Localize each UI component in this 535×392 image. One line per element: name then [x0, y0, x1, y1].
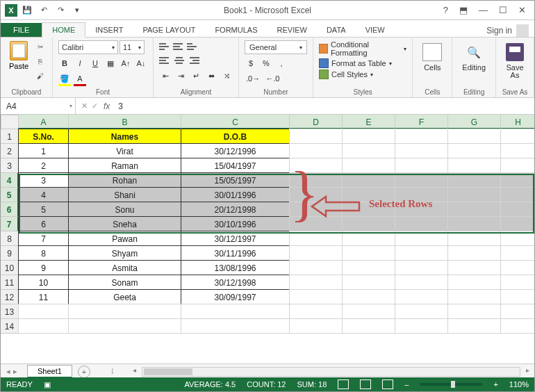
cell-E1[interactable] [342, 129, 395, 144]
cell-A7[interactable]: 6 [18, 216, 69, 231]
cell-G3[interactable] [447, 158, 501, 173]
cell-F14[interactable] [395, 318, 448, 334]
cell-F11[interactable] [395, 275, 448, 290]
cell-G11[interactable] [447, 275, 501, 290]
cell-B9[interactable]: Shyam [68, 245, 181, 261]
cell-A9[interactable]: 8 [18, 245, 69, 261]
cell-F10[interactable] [395, 260, 448, 275]
decrease-decimal-button[interactable]: ←.0 [264, 72, 281, 85]
cell-G6[interactable] [447, 202, 501, 217]
percent-button[interactable]: % [260, 57, 272, 70]
cell-E13[interactable] [342, 304, 395, 319]
decrease-indent-button[interactable]: ⇤ [159, 70, 172, 82]
cell-A11[interactable]: 10 [18, 275, 69, 290]
cell-E4[interactable] [342, 172, 395, 188]
format-as-table-button[interactable]: Format as Table▾ [319, 58, 406, 68]
cell-C5[interactable]: 30/01/1996 [181, 187, 290, 202]
align-bottom-button[interactable] [187, 40, 199, 53]
spreadsheet-grid[interactable]: ABCDEFGH1S.No.NamesD.O.B21Virat30/12/199… [1, 115, 534, 364]
cell-H5[interactable] [500, 187, 534, 202]
align-center-button[interactable] [173, 54, 186, 67]
cell-C2[interactable]: 30/12/1996 [181, 143, 290, 158]
sheet-tab-sheet1[interactable]: Sheet1 [27, 365, 72, 378]
qat-redo-icon[interactable]: ↷ [54, 3, 67, 17]
cell-D9[interactable] [289, 245, 343, 261]
cell-B10[interactable]: Asmita [68, 260, 181, 275]
cell-H6[interactable] [500, 202, 534, 217]
font-size-select[interactable]: 11▾ [120, 40, 145, 54]
cell-F12[interactable] [395, 289, 448, 304]
cell-H4[interactable] [500, 172, 534, 188]
tab-review[interactable]: REVIEW [268, 23, 317, 37]
cell-G1[interactable] [447, 129, 501, 144]
cell-F8[interactable] [395, 231, 448, 246]
rowhdr-2[interactable]: 2 [1, 143, 19, 158]
align-top-button[interactable] [159, 40, 172, 53]
currency-button[interactable]: $ [245, 57, 257, 70]
rowhdr-11[interactable]: 11 [1, 275, 19, 290]
sign-in-link[interactable]: Sign in [486, 26, 512, 35]
align-right-button[interactable] [187, 54, 199, 67]
colhdr-D[interactable]: D [289, 115, 343, 129]
rowhdr-1[interactable]: 1 [1, 129, 19, 144]
cell-F9[interactable] [395, 245, 448, 261]
cell-B5[interactable]: Shani [68, 187, 181, 202]
cell-D10[interactable] [289, 260, 343, 275]
sheet-nav-next-icon[interactable]: ▸ [13, 367, 17, 376]
qat-customize-icon[interactable]: ▾ [70, 3, 84, 17]
wrap-text-button[interactable]: ↵ [190, 70, 202, 82]
cell-C14[interactable] [181, 318, 290, 334]
rowhdr-8[interactable]: 8 [1, 231, 19, 246]
italic-button[interactable]: I [74, 57, 86, 70]
cell-D8[interactable] [289, 231, 343, 246]
cell-D13[interactable] [289, 304, 343, 319]
new-sheet-button[interactable]: + [78, 366, 90, 378]
cell-G4[interactable] [447, 172, 501, 188]
rowhdr-14[interactable]: 14 [1, 318, 19, 334]
sheet-nav-prev-icon[interactable]: ◂ [6, 367, 10, 376]
rowhdr-4[interactable]: 4 [1, 172, 19, 188]
copy-button[interactable]: ⎘ [34, 55, 47, 67]
cell-A10[interactable]: 9 [18, 260, 69, 275]
cell-F2[interactable] [395, 143, 448, 158]
cell-G5[interactable] [447, 187, 501, 202]
cut-button[interactable]: ✂ [34, 40, 47, 53]
rowhdr-7[interactable]: 7 [1, 216, 19, 231]
cell-B3[interactable]: Raman [68, 158, 181, 173]
horizontal-scrollbar[interactable]: ◂ ▸ [142, 367, 520, 377]
cell-B1[interactable]: Names [68, 129, 181, 144]
cell-H14[interactable] [500, 318, 534, 334]
cell-G12[interactable] [447, 289, 501, 304]
minimize-icon[interactable]: — [479, 5, 488, 15]
cell-B11[interactable]: Sonam [68, 275, 181, 290]
cells-button[interactable]: Cells [418, 40, 446, 74]
ribbon-display-icon[interactable]: ⬒ [459, 5, 468, 15]
avatar-icon[interactable] [516, 24, 529, 37]
cell-A14[interactable] [18, 318, 69, 334]
merge-button[interactable]: ⬌ [205, 70, 217, 82]
formula-input[interactable]: 3 [114, 101, 534, 111]
cell-E12[interactable] [342, 289, 395, 304]
cell-A13[interactable] [18, 304, 69, 319]
increase-font-button[interactable]: A↑ [120, 57, 132, 70]
name-box[interactable]: A4▾ [1, 98, 76, 114]
colhdr-H[interactable]: H [500, 115, 534, 129]
rowhdr-6[interactable]: 6 [1, 202, 19, 217]
tab-page-layout[interactable]: PAGE LAYOUT [133, 23, 205, 37]
zoom-slider[interactable] [420, 383, 482, 386]
cell-B13[interactable] [68, 304, 181, 319]
tab-insert[interactable]: INSERT [85, 23, 133, 37]
cell-C3[interactable]: 15/04/1997 [181, 158, 290, 173]
cell-D7[interactable] [289, 216, 343, 231]
cell-E11[interactable] [342, 275, 395, 290]
cell-G2[interactable] [447, 143, 501, 158]
colhdr-B[interactable]: B [68, 115, 181, 129]
cell-D1[interactable] [289, 129, 343, 144]
cell-D4[interactable] [289, 172, 343, 188]
cell-D3[interactable] [289, 158, 343, 173]
cell-B14[interactable] [68, 318, 181, 334]
tab-formulas[interactable]: FORMULAS [205, 23, 267, 37]
cell-H3[interactable] [500, 158, 534, 173]
rowhdr-5[interactable]: 5 [1, 187, 19, 202]
cell-A8[interactable]: 7 [18, 231, 69, 246]
